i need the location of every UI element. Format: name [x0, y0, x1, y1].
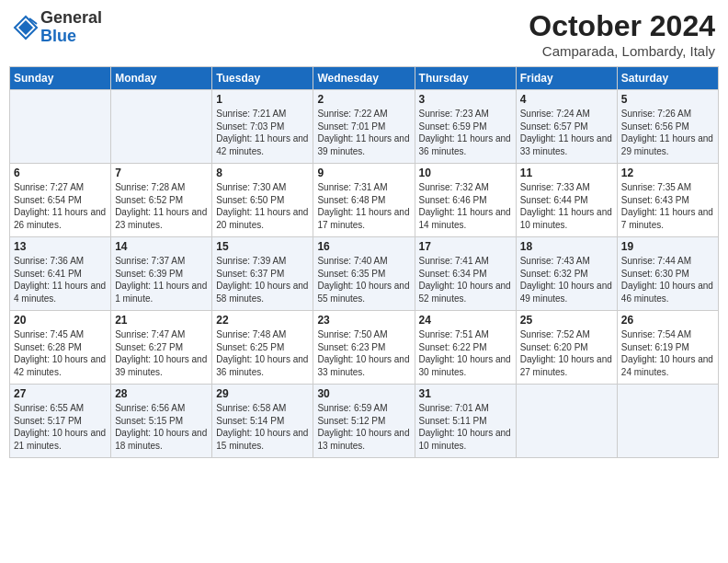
- cell-1-6: 12Sunrise: 7:35 AM Sunset: 6:43 PM Dayli…: [617, 164, 718, 237]
- logo-general: General: [40, 9, 102, 28]
- cell-info: Sunrise: 7:01 AM Sunset: 5:11 PM Dayligh…: [419, 402, 512, 452]
- cell-info: Sunrise: 7:27 AM Sunset: 6:54 PM Dayligh…: [14, 181, 107, 231]
- cell-info: Sunrise: 7:28 AM Sunset: 6:52 PM Dayligh…: [115, 181, 208, 231]
- cell-info: Sunrise: 7:52 AM Sunset: 6:20 PM Dayligh…: [520, 328, 613, 378]
- cell-4-6: [617, 385, 718, 458]
- day-number: 28: [115, 387, 208, 400]
- day-number: 21: [115, 314, 208, 327]
- header-friday: Friday: [516, 67, 617, 90]
- cell-4-1: 28Sunrise: 6:56 AM Sunset: 5:15 PM Dayli…: [111, 385, 212, 458]
- day-number: 3: [419, 93, 512, 106]
- day-number: 16: [317, 240, 410, 253]
- cell-3-4: 24Sunrise: 7:51 AM Sunset: 6:22 PM Dayli…: [415, 311, 516, 385]
- day-number: 19: [621, 240, 714, 253]
- day-headers: SundayMondayTuesdayWednesdayThursdayFrid…: [10, 67, 719, 90]
- day-number: 23: [317, 314, 410, 327]
- cell-4-3: 30Sunrise: 6:59 AM Sunset: 5:12 PM Dayli…: [313, 385, 415, 458]
- day-number: 10: [419, 167, 512, 179]
- logo-blue: Blue: [40, 28, 102, 46]
- cell-info: Sunrise: 7:31 AM Sunset: 6:48 PM Dayligh…: [317, 181, 410, 231]
- logo-text: General Blue: [40, 9, 102, 46]
- cell-info: Sunrise: 7:41 AM Sunset: 6:34 PM Dayligh…: [419, 255, 512, 304]
- title-area: October 2024 Camparada, Lombardy, Italy: [529, 9, 715, 59]
- cell-info: Sunrise: 7:47 AM Sunset: 6:27 PM Dayligh…: [115, 328, 208, 378]
- logo-icon: [13, 15, 39, 40]
- day-number: 31: [419, 387, 512, 400]
- cell-info: Sunrise: 7:32 AM Sunset: 6:46 PM Dayligh…: [419, 181, 512, 231]
- day-number: 7: [115, 167, 208, 179]
- day-number: 13: [14, 240, 107, 253]
- day-number: 1: [216, 93, 309, 106]
- cell-info: Sunrise: 7:45 AM Sunset: 6:28 PM Dayligh…: [14, 328, 107, 378]
- cell-info: Sunrise: 7:40 AM Sunset: 6:35 PM Dayligh…: [317, 255, 410, 304]
- cell-info: Sunrise: 7:36 AM Sunset: 6:41 PM Dayligh…: [14, 255, 107, 304]
- week-row-4: 27Sunrise: 6:55 AM Sunset: 5:17 PM Dayli…: [10, 385, 719, 458]
- day-number: 2: [317, 93, 410, 106]
- cell-2-3: 16Sunrise: 7:40 AM Sunset: 6:35 PM Dayli…: [313, 237, 415, 311]
- cell-3-3: 23Sunrise: 7:50 AM Sunset: 6:23 PM Dayli…: [313, 311, 415, 385]
- day-number: 29: [216, 387, 309, 400]
- location: Camparada, Lombardy, Italy: [529, 43, 715, 59]
- day-number: 20: [14, 314, 107, 327]
- day-number: 15: [216, 240, 309, 253]
- header-tuesday: Tuesday: [212, 67, 313, 90]
- week-row-3: 20Sunrise: 7:45 AM Sunset: 6:28 PM Dayli…: [10, 311, 719, 385]
- day-number: 24: [419, 314, 512, 327]
- cell-info: Sunrise: 7:39 AM Sunset: 6:37 PM Dayligh…: [216, 255, 309, 304]
- cell-info: Sunrise: 6:59 AM Sunset: 5:12 PM Dayligh…: [317, 402, 410, 452]
- cell-4-0: 27Sunrise: 6:55 AM Sunset: 5:17 PM Dayli…: [10, 385, 111, 458]
- cell-info: Sunrise: 7:26 AM Sunset: 6:56 PM Dayligh…: [621, 108, 714, 157]
- cell-2-5: 18Sunrise: 7:43 AM Sunset: 6:32 PM Dayli…: [516, 237, 617, 311]
- day-number: 22: [216, 314, 309, 327]
- day-number: 11: [520, 167, 613, 179]
- day-number: 26: [621, 314, 714, 327]
- cell-2-1: 14Sunrise: 7:37 AM Sunset: 6:39 PM Dayli…: [111, 237, 212, 311]
- cell-info: Sunrise: 7:54 AM Sunset: 6:19 PM Dayligh…: [621, 328, 714, 378]
- cell-info: Sunrise: 7:51 AM Sunset: 6:22 PM Dayligh…: [419, 328, 512, 378]
- cell-info: Sunrise: 7:37 AM Sunset: 6:39 PM Dayligh…: [115, 255, 208, 304]
- day-number: 8: [216, 167, 309, 179]
- week-row-0: 1Sunrise: 7:21 AM Sunset: 7:03 PM Daylig…: [10, 90, 719, 164]
- day-number: 14: [115, 240, 208, 253]
- week-row-1: 6Sunrise: 7:27 AM Sunset: 6:54 PM Daylig…: [10, 164, 719, 237]
- cell-3-2: 22Sunrise: 7:48 AM Sunset: 6:25 PM Dayli…: [212, 311, 313, 385]
- cell-info: Sunrise: 7:50 AM Sunset: 6:23 PM Dayligh…: [317, 328, 410, 378]
- day-number: 25: [520, 314, 613, 327]
- cell-info: Sunrise: 7:22 AM Sunset: 7:01 PM Dayligh…: [317, 108, 410, 157]
- cell-1-5: 11Sunrise: 7:33 AM Sunset: 6:44 PM Dayli…: [516, 164, 617, 237]
- day-number: 30: [317, 387, 410, 400]
- day-number: 27: [14, 387, 107, 400]
- header-thursday: Thursday: [415, 67, 516, 90]
- cell-4-2: 29Sunrise: 6:58 AM Sunset: 5:14 PM Dayli…: [212, 385, 313, 458]
- cell-0-1: [111, 90, 212, 164]
- cell-4-4: 31Sunrise: 7:01 AM Sunset: 5:11 PM Dayli…: [415, 385, 516, 458]
- cell-3-6: 26Sunrise: 7:54 AM Sunset: 6:19 PM Dayli…: [617, 311, 718, 385]
- cell-0-2: 1Sunrise: 7:21 AM Sunset: 7:03 PM Daylig…: [212, 90, 313, 164]
- cell-info: Sunrise: 7:44 AM Sunset: 6:30 PM Dayligh…: [621, 255, 714, 304]
- cell-0-6: 5Sunrise: 7:26 AM Sunset: 6:56 PM Daylig…: [617, 90, 718, 164]
- calendar-table: SundayMondayTuesdayWednesdayThursdayFrid…: [9, 66, 719, 458]
- cell-info: Sunrise: 6:58 AM Sunset: 5:14 PM Dayligh…: [216, 402, 309, 452]
- cell-0-3: 2Sunrise: 7:22 AM Sunset: 7:01 PM Daylig…: [313, 90, 415, 164]
- cell-0-5: 4Sunrise: 7:24 AM Sunset: 6:57 PM Daylig…: [516, 90, 617, 164]
- week-row-2: 13Sunrise: 7:36 AM Sunset: 6:41 PM Dayli…: [10, 237, 719, 311]
- cell-0-0: [10, 90, 111, 164]
- cell-info: Sunrise: 7:24 AM Sunset: 6:57 PM Dayligh…: [520, 108, 613, 157]
- cell-2-2: 15Sunrise: 7:39 AM Sunset: 6:37 PM Dayli…: [212, 237, 313, 311]
- cell-0-4: 3Sunrise: 7:23 AM Sunset: 6:59 PM Daylig…: [415, 90, 516, 164]
- cell-1-4: 10Sunrise: 7:32 AM Sunset: 6:46 PM Dayli…: [415, 164, 516, 237]
- day-number: 4: [520, 93, 613, 106]
- cell-2-6: 19Sunrise: 7:44 AM Sunset: 6:30 PM Dayli…: [617, 237, 718, 311]
- header-sunday: Sunday: [10, 67, 111, 90]
- cell-info: Sunrise: 7:35 AM Sunset: 6:43 PM Dayligh…: [621, 181, 714, 231]
- cell-3-5: 25Sunrise: 7:52 AM Sunset: 6:20 PM Dayli…: [516, 311, 617, 385]
- cell-1-1: 7Sunrise: 7:28 AM Sunset: 6:52 PM Daylig…: [111, 164, 212, 237]
- cell-info: Sunrise: 7:30 AM Sunset: 6:50 PM Dayligh…: [216, 181, 309, 231]
- cell-info: Sunrise: 6:55 AM Sunset: 5:17 PM Dayligh…: [14, 402, 107, 452]
- day-number: 18: [520, 240, 613, 253]
- cell-1-0: 6Sunrise: 7:27 AM Sunset: 6:54 PM Daylig…: [10, 164, 111, 237]
- logo: General Blue: [13, 9, 102, 46]
- header-wednesday: Wednesday: [313, 67, 415, 90]
- cell-3-1: 21Sunrise: 7:47 AM Sunset: 6:27 PM Dayli…: [111, 311, 212, 385]
- cell-2-4: 17Sunrise: 7:41 AM Sunset: 6:34 PM Dayli…: [415, 237, 516, 311]
